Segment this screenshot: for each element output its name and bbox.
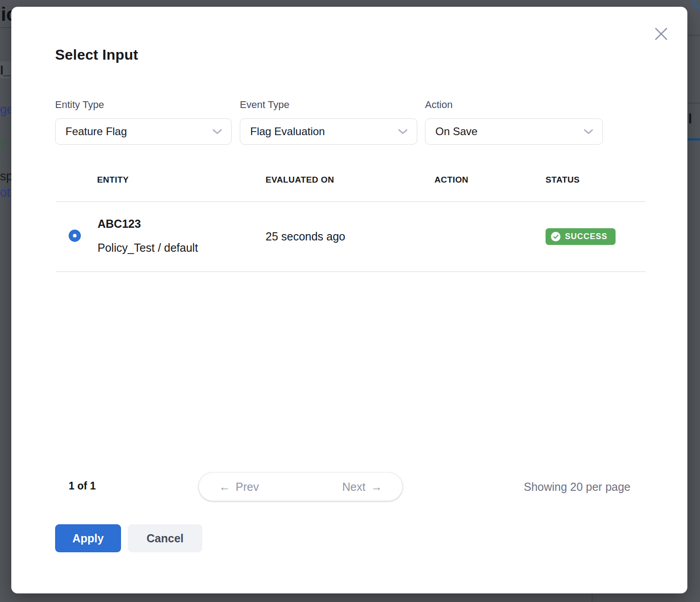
prev-page-button[interactable]: ← Prev	[199, 473, 279, 501]
column-header-action: ACTION	[434, 175, 468, 185]
prev-label: Prev	[236, 480, 259, 494]
status-badge-label: SUCCESS	[565, 232, 607, 241]
current-page-button[interactable]: 1	[279, 473, 322, 501]
close-button[interactable]	[652, 25, 670, 43]
backdrop-active-tab-indicator	[687, 138, 700, 141]
table-row[interactable]: ABC123 Policy_Test / default 25 seconds …	[56, 202, 646, 271]
evaluated-on-value: 25 seconds ago	[266, 230, 345, 243]
current-page-number: 1	[298, 480, 304, 494]
backdrop-string-fragment: y	[0, 135, 6, 149]
arrow-right-icon: →	[371, 480, 382, 494]
event-type-select[interactable]: Flag Evaluation	[240, 118, 417, 145]
page-summary: 1 of 1	[69, 480, 96, 492]
backdrop-link-fragment-2: ot	[0, 186, 10, 200]
action-value: On Save	[435, 125, 477, 138]
arrow-left-icon: ←	[219, 480, 230, 494]
backdrop-help-icon	[693, 0, 700, 9]
next-page-button[interactable]: Next →	[322, 473, 402, 501]
entity-type-value: Feature Flag	[65, 125, 127, 138]
backdrop-panel-edge	[592, 593, 593, 602]
table-divider	[56, 271, 646, 272]
select-input-dialog: Select Input Entity Type Feature Flag Ev…	[11, 7, 687, 593]
chevron-down-icon	[583, 129, 593, 135]
column-header-evaluated-on: EVALUATED ON	[266, 175, 334, 185]
column-header-entity: ENTITY	[97, 175, 129, 185]
backdrop-divider	[0, 27, 11, 28]
row-radio-selected[interactable]	[69, 230, 81, 242]
pagination-control: ← Prev 1 Next →	[199, 473, 402, 501]
chevron-down-icon	[398, 129, 408, 135]
action-label: Action	[425, 99, 453, 111]
dialog-title: Select Input	[55, 47, 138, 63]
action-select[interactable]: On Save	[425, 118, 603, 145]
close-icon	[653, 26, 669, 42]
cancel-button[interactable]: Cancel	[128, 524, 202, 552]
backdrop-divider	[687, 103, 700, 103]
entity-name: ABC123	[98, 217, 141, 230]
entity-subtitle: Policy_Test / default	[98, 241, 198, 254]
backdrop-tab-fragment: l	[688, 111, 692, 127]
apply-button[interactable]: Apply	[55, 524, 121, 552]
status-badge: SUCCESS	[546, 228, 616, 245]
backdrop-divider	[687, 35, 700, 36]
chevron-down-icon	[212, 129, 222, 135]
column-header-status: STATUS	[546, 175, 580, 185]
entity-type-select[interactable]: Feature Flag	[55, 118, 232, 145]
event-type-value: Flag Evaluation	[250, 125, 325, 138]
per-page-info: Showing 20 per page	[524, 480, 630, 494]
entity-type-label: Entity Type	[55, 99, 104, 111]
next-label: Next	[342, 480, 365, 494]
check-icon	[551, 232, 560, 241]
event-type-label: Event Type	[240, 99, 289, 111]
backdrop-dot-fragment: .	[1, 152, 5, 166]
